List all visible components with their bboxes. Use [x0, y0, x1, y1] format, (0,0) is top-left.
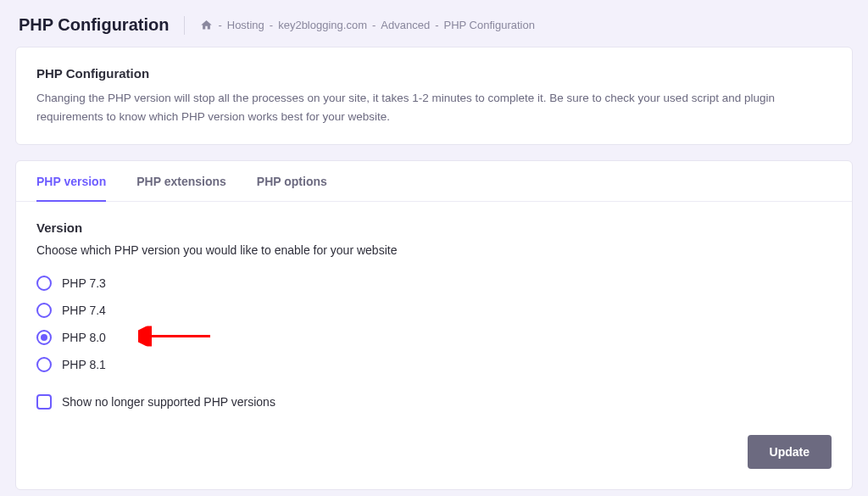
breadcrumb-hosting[interactable]: Hosting [227, 19, 264, 31]
home-icon[interactable] [200, 19, 213, 31]
divider [184, 16, 185, 35]
radio-icon [36, 303, 52, 318]
page-header: PHP Configuration - Hosting - key2bloggi… [15, 0, 853, 47]
show-unsupported-checkbox[interactable]: Show no longer supported PHP versions [36, 394, 832, 410]
breadcrumb-sep: - [218, 19, 221, 31]
info-card-text: Changing the PHP version will stop all t… [36, 89, 832, 125]
radio-label: PHP 8.1 [62, 358, 106, 371]
radio-icon [36, 276, 52, 291]
checkbox-label: Show no longer supported PHP versions [62, 395, 275, 409]
breadcrumb-page: PHP Configuration [443, 19, 534, 31]
info-card: PHP Configuration Changing the PHP versi… [15, 47, 853, 145]
breadcrumb-sep: - [435, 19, 438, 31]
version-description: Choose which PHP version you would like … [36, 243, 832, 257]
radio-icon [36, 330, 52, 345]
radio-icon [36, 357, 52, 372]
radio-php-8-1[interactable]: PHP 8.1 [36, 357, 832, 372]
radio-label: PHP 7.3 [62, 276, 106, 290]
breadcrumb-domain[interactable]: key2blogging.com [278, 19, 367, 31]
radio-label: PHP 8.0 [62, 331, 106, 344]
tab-php-extensions[interactable]: PHP extensions [136, 161, 226, 202]
radio-label: PHP 7.4 [62, 304, 106, 317]
page-title: PHP Configuration [19, 15, 169, 35]
footer: Update [36, 435, 832, 469]
breadcrumb-advanced[interactable]: Advanced [381, 19, 430, 31]
tabs: PHP version PHP extensions PHP options [16, 161, 852, 202]
update-button[interactable]: Update [748, 435, 832, 469]
settings-card: PHP version PHP extensions PHP options V… [15, 160, 853, 490]
version-radio-group: PHP 7.3 PHP 7.4 PHP 8.0 [36, 276, 832, 372]
info-card-title: PHP Configuration [36, 66, 832, 81]
tab-php-options[interactable]: PHP options [257, 161, 327, 202]
version-title: Version [36, 220, 832, 235]
breadcrumb: - Hosting - key2blogging.com - Advanced … [200, 19, 535, 31]
arrow-annotation-icon [138, 326, 214, 349]
radio-php-7-3[interactable]: PHP 7.3 [36, 276, 832, 291]
tab-content: Version Choose which PHP version you wou… [16, 202, 852, 489]
radio-php-7-4[interactable]: PHP 7.4 [36, 303, 832, 318]
breadcrumb-sep: - [270, 19, 273, 31]
checkbox-icon [36, 394, 52, 410]
tab-php-version[interactable]: PHP version [36, 161, 106, 202]
breadcrumb-sep: - [372, 19, 376, 31]
radio-php-8-0[interactable]: PHP 8.0 [36, 330, 832, 345]
